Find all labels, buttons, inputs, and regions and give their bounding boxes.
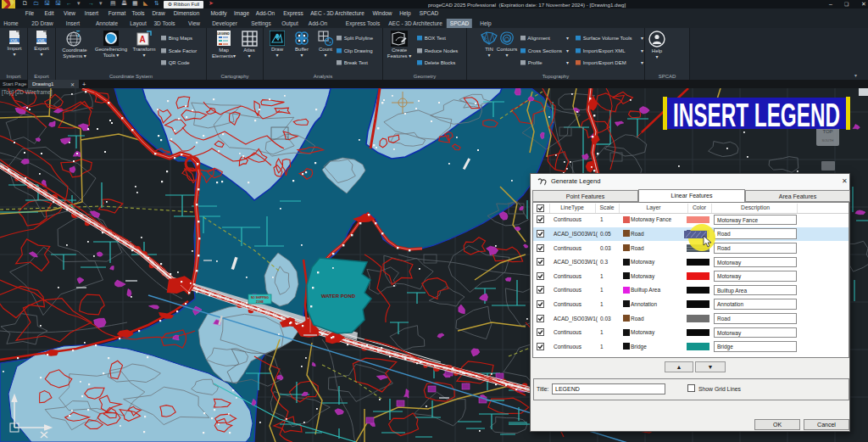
svg-text:A: A — [139, 35, 145, 44]
svg-text:INSERT LEGEND: INSERT LEGEND — [673, 98, 840, 129]
svg-text:NO SHIPPING: NO SHIPPING — [251, 296, 269, 299]
svg-text:KML: KML — [10, 39, 19, 43]
svg-text:WATER POND: WATER POND — [321, 294, 356, 299]
svg-text:LEGEND: LEGEND — [217, 32, 230, 36]
svg-text:ZONE: ZONE — [256, 300, 264, 304]
svg-text:KML: KML — [37, 39, 46, 43]
